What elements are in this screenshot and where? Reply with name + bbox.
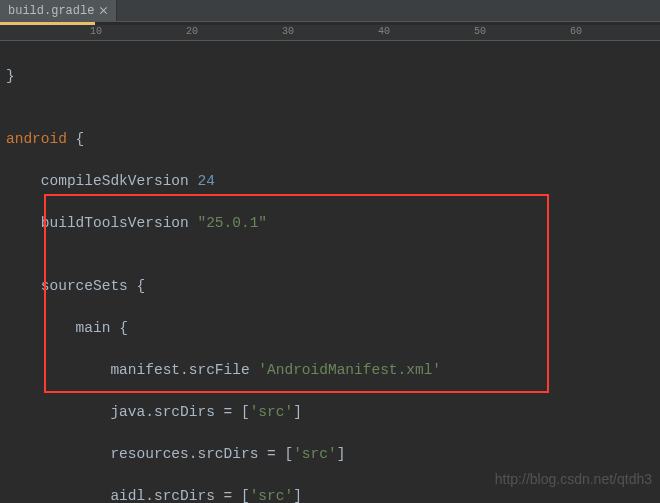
tab-bar: build.gradle: [0, 0, 660, 22]
ruler-mark: 60: [570, 26, 582, 37]
ruler-mark: 20: [186, 26, 198, 37]
code-line: sourceSets {: [6, 276, 660, 297]
ruler-mark: 10: [90, 26, 102, 37]
code-line: aidl.srcDirs = ['src']: [6, 486, 660, 503]
ruler-mark: 40: [378, 26, 390, 37]
code-line: }: [6, 66, 660, 87]
code-line: resources.srcDirs = ['src']: [6, 444, 660, 465]
code-line: buildToolsVersion "25.0.1": [6, 213, 660, 234]
tab-filename: build.gradle: [8, 4, 94, 18]
ruler-mark: 30: [282, 26, 294, 37]
code-line: main {: [6, 318, 660, 339]
column-ruler: 10 20 30 40 50 60: [0, 25, 660, 41]
code-line: android {: [6, 129, 660, 150]
ruler-mark: 50: [474, 26, 486, 37]
code-line: compileSdkVersion 24: [6, 171, 660, 192]
code-editor[interactable]: } android { compileSdkVersion 24 buildTo…: [0, 41, 660, 503]
close-icon[interactable]: [100, 7, 108, 15]
code-line: java.srcDirs = ['src']: [6, 402, 660, 423]
file-tab[interactable]: build.gradle: [0, 0, 117, 21]
code-line: manifest.srcFile 'AndroidManifest.xml': [6, 360, 660, 381]
